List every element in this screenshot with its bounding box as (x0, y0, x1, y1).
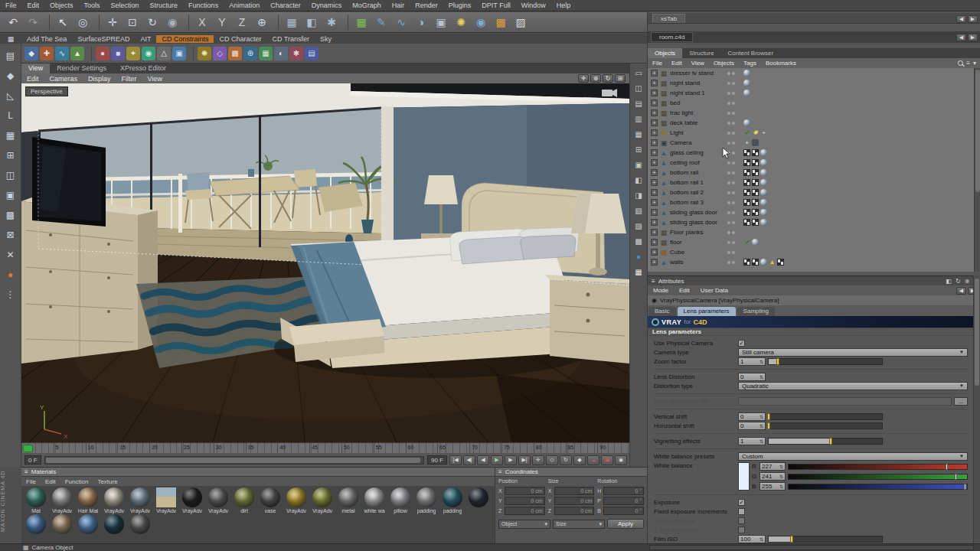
search-icon[interactable] (958, 60, 963, 66)
checkbox[interactable]: ✓ (738, 499, 745, 506)
menu-xpresso-editor[interactable]: XPresso Editor (113, 64, 173, 73)
menu-mode[interactable]: Mode (648, 287, 674, 294)
phong-tag[interactable] (760, 189, 767, 196)
frame-tick[interactable]: 15 (117, 443, 149, 453)
layout-single-icon[interactable]: ▭ (632, 66, 645, 80)
plugin-icon-4[interactable]: ▲ (70, 47, 84, 60)
tex-tag[interactable] (743, 199, 750, 206)
tex-tag[interactable] (743, 159, 750, 166)
object-name[interactable]: walls (670, 259, 727, 266)
frame-tick[interactable]: 80 (534, 443, 566, 453)
plugin-icon-5[interactable]: ● (96, 47, 109, 60)
visibility-dot[interactable] (732, 251, 735, 254)
material-item[interactable]: padding (439, 487, 466, 514)
menu-edit[interactable]: Edit (674, 287, 695, 294)
visibility-dot[interactable] (732, 191, 735, 194)
object-name[interactable]: Floor planks (670, 229, 727, 236)
add-icon[interactable]: ⊕ (965, 278, 970, 285)
number-field[interactable]: 1⇅ (738, 357, 766, 366)
tex-tag[interactable] (743, 179, 750, 186)
comp-tag[interactable] (743, 119, 750, 126)
plugin-icon-8[interactable]: ◉ (142, 47, 155, 60)
tex-tag[interactable] (743, 219, 750, 226)
tex-tag[interactable] (752, 159, 759, 166)
material-item[interactable]: VrayAdv (179, 487, 205, 514)
expand-toggle[interactable]: + (651, 229, 658, 236)
expand-toggle[interactable]: + (651, 99, 658, 106)
layout-cols-icon[interactable]: ▨ (632, 219, 645, 233)
warn-tag[interactable]: ▲ (769, 259, 776, 266)
visibility-dot[interactable] (727, 82, 730, 85)
visibility-dot[interactable] (727, 221, 730, 224)
expand-toggle[interactable]: + (651, 209, 658, 216)
visibility-dots[interactable] (727, 112, 743, 115)
visibility-dot[interactable] (727, 181, 730, 184)
slider[interactable] (768, 422, 883, 429)
plugin-icon-16[interactable]: ◐ (274, 47, 288, 60)
layout-top-icon[interactable]: ▤ (632, 96, 645, 110)
menu-tags[interactable]: Tags (739, 60, 761, 67)
plugin-icon-11[interactable]: ✺ (198, 47, 211, 60)
menu-bookmarks[interactable]: Bookmarks (761, 60, 801, 67)
tex-tag[interactable] (752, 189, 759, 196)
attr-prev-button[interactable]: ◀ (956, 287, 966, 295)
doc-scroll-left-button[interactable]: ◀ (956, 34, 966, 41)
target-tag[interactable]: + (743, 139, 750, 146)
attributes-scrollbar[interactable] (973, 276, 980, 543)
spinner-icon[interactable]: ⇅ (779, 464, 783, 469)
material-item[interactable]: white wa (361, 487, 387, 514)
spinner-icon[interactable]: ⇅ (760, 536, 763, 542)
layout-light-icon[interactable]: ▦ (632, 265, 645, 279)
slider[interactable] (768, 413, 883, 420)
material-item[interactable]: VrayAdv (283, 487, 309, 514)
comp-tag[interactable] (752, 239, 759, 246)
spinner-icon[interactable]: ⇅ (760, 423, 763, 429)
expand-toggle[interactable]: + (651, 149, 658, 156)
plugin-icon-17[interactable]: ✱ (289, 47, 303, 60)
object-row[interactable]: +▣Camera+ (648, 138, 980, 148)
visibility-dots[interactable] (727, 251, 743, 254)
camera-object-icon[interactable]: ▣ (432, 14, 450, 31)
record-button[interactable]: ● (587, 455, 599, 465)
tool-pen-icon[interactable]: ◺ (2, 87, 19, 104)
slider[interactable] (768, 536, 883, 543)
expand-toggle[interactable]: + (651, 80, 658, 86)
tex-tag[interactable] (777, 259, 784, 266)
phong-tag[interactable] (760, 199, 767, 206)
layout-rows-icon[interactable]: ▧ (632, 204, 645, 217)
object-name[interactable]: bed (670, 99, 727, 106)
spinner-icon[interactable]: ⇅ (760, 374, 763, 380)
layout-blue-icon[interactable]: ● (632, 249, 645, 263)
menu-structure[interactable]: Structure (682, 48, 720, 58)
tool-l-system-icon[interactable]: L (2, 107, 19, 124)
expand-toggle[interactable]: + (651, 189, 658, 196)
visibility-dots[interactable] (727, 211, 743, 214)
layout-frame-icon[interactable]: ▣ (632, 158, 645, 171)
visibility-dot[interactable] (727, 251, 730, 254)
object-name[interactable]: sliding glass door (670, 219, 727, 226)
visibility-dots[interactable] (727, 92, 743, 95)
object-name[interactable]: Light (670, 129, 727, 136)
checkbox[interactable]: ✓ (738, 517, 745, 524)
visibility-dot[interactable] (732, 211, 735, 214)
tool-layers-icon[interactable]: ▩ (2, 207, 19, 223)
tex-tag[interactable] (752, 259, 759, 266)
expand-toggle[interactable]: + (651, 259, 658, 266)
spinner-icon[interactable]: ⇅ (760, 414, 763, 419)
coords-size-dropdown[interactable]: Size▾ (553, 520, 605, 529)
menu-file[interactable]: File (648, 60, 667, 67)
document-tab[interactable]: room.c4d (651, 32, 693, 42)
timeline-end-field[interactable]: 90 F (427, 455, 447, 465)
viewport[interactable]: Perspective (21, 83, 629, 442)
menu-render-settings[interactable]: Render Settings (50, 64, 113, 73)
menu-filter[interactable]: Filter (116, 75, 142, 83)
goto-end-button[interactable]: ▶| (518, 455, 531, 465)
coords-field[interactable]: 0 cm (554, 507, 595, 515)
phong-tag[interactable] (760, 179, 767, 186)
object-row[interactable]: +▲glass ceiling (648, 148, 980, 158)
menu-character[interactable]: Character (265, 2, 306, 9)
object-row[interactable]: +▦dresser tv stand (648, 68, 980, 78)
plugin-icon-9[interactable]: △ (157, 47, 171, 60)
material-item[interactable]: VrayAdv (309, 487, 335, 514)
slider[interactable] (768, 358, 883, 365)
